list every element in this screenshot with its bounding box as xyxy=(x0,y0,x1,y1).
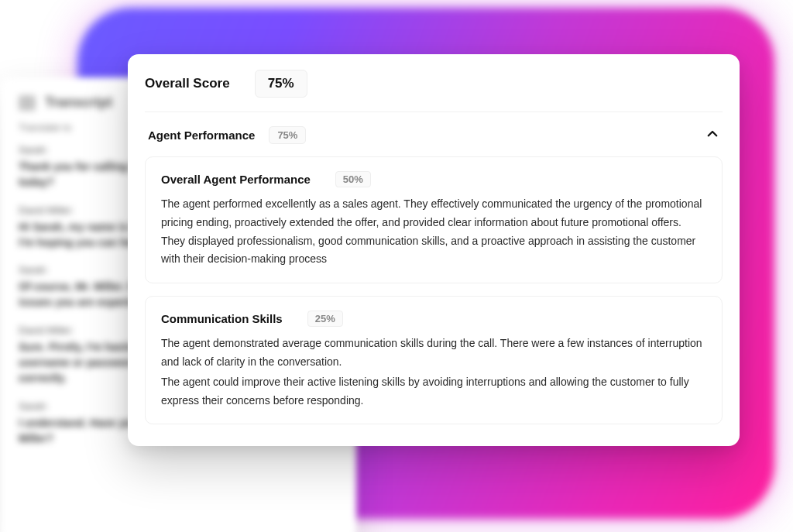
transcript-speaker: Sarah: xyxy=(19,400,48,412)
subcard-body: The agent demonstrated average communica… xyxy=(161,335,706,410)
chevron-up-icon xyxy=(705,127,719,144)
overall-score-value: 75% xyxy=(255,70,307,98)
performance-subcard: Communication Skills 25% The agent demon… xyxy=(145,296,723,424)
section-score: 75% xyxy=(269,126,306,144)
transcript-title: Transcript xyxy=(45,94,112,111)
subcard-header: Overall Agent Performance 50% xyxy=(161,171,706,187)
subcard-body: The agent performed excellently as a sal… xyxy=(161,195,706,269)
section-title: Agent Performance xyxy=(148,129,255,142)
subcard-title: Overall Agent Performance xyxy=(161,173,311,186)
subcard-title: Communication Skills xyxy=(161,312,283,325)
agent-performance-header[interactable]: Agent Performance 75% xyxy=(145,112,723,156)
subcard-paragraph: The agent performed excellently as a sal… xyxy=(161,195,706,269)
subcard-header: Communication Skills 25% xyxy=(161,311,706,327)
performance-subcard: Overall Agent Performance 50% The agent … xyxy=(145,156,723,283)
subcard-paragraph: The agent could improve their active lis… xyxy=(161,373,706,410)
transcript-icon xyxy=(19,95,36,111)
subcard-score: 50% xyxy=(335,171,371,187)
overall-score-label: Overall Score xyxy=(145,76,230,91)
overall-score-row: Overall Score 75% xyxy=(145,70,723,112)
subcard-paragraph: The agent demonstrated average communica… xyxy=(161,335,706,372)
subcard-score: 25% xyxy=(307,311,343,327)
score-card: Overall Score 75% Agent Performance 75% … xyxy=(128,54,740,446)
